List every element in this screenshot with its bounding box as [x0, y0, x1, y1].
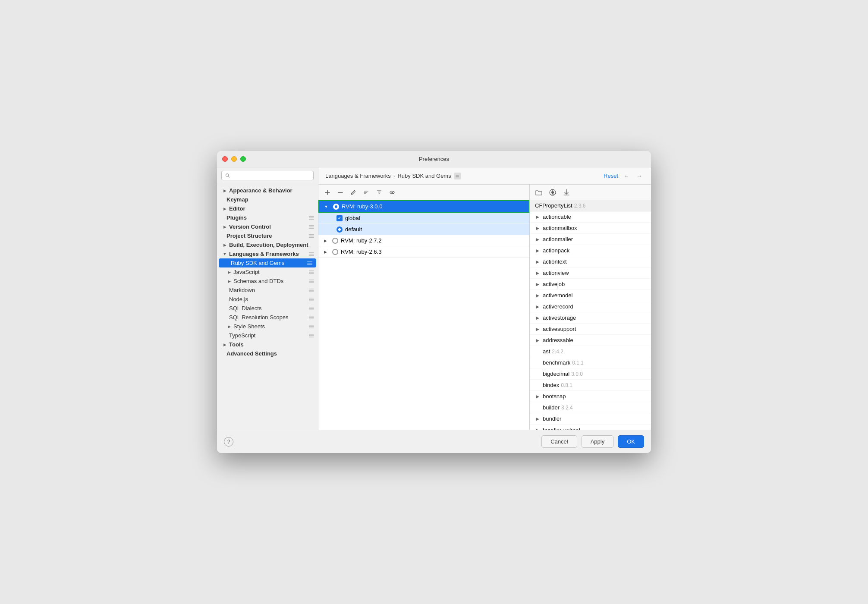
sidebar-item-tools[interactable]: ▶ Tools: [217, 340, 318, 349]
sdk-panel: ▼ RVM: ruby-3.0.0 global default: [318, 185, 530, 430]
sdk-item-rvm272[interactable]: ▶ RVM: ruby-2.7.2: [318, 235, 529, 246]
gem-name: builder: [543, 404, 560, 411]
search-wrapper[interactable]: [221, 171, 314, 180]
sidebar-item-project-structure[interactable]: Project Structure: [217, 231, 318, 240]
sidebar-item-keymap[interactable]: Keymap: [217, 195, 318, 204]
svg-rect-12: [309, 254, 314, 255]
filter-button[interactable]: [374, 187, 385, 198]
svg-rect-20: [309, 280, 314, 280]
sdk-item-rvm263[interactable]: ▶ RVM: ruby-2.6.3: [318, 246, 529, 258]
sdk-item-rvm300[interactable]: ▼ RVM: ruby-3.0.0: [318, 200, 529, 213]
settings-icon: [308, 215, 314, 221]
gem-name: benchmark: [543, 359, 570, 366]
remove-button[interactable]: [335, 187, 346, 198]
sidebar-item-appearance[interactable]: ▶ Appearance & Behavior: [217, 186, 318, 195]
sidebar-item-ruby-sdk[interactable]: Ruby SDK and Gems: [219, 258, 316, 267]
gem-item[interactable]: ▶ builder 3.2.4: [530, 402, 651, 413]
sidebar-item-editor[interactable]: ▶ Editor: [217, 204, 318, 213]
sidebar-item-typescript[interactable]: TypeScript: [217, 331, 318, 340]
sidebar-label: Advanced Settings: [226, 350, 314, 357]
help-button[interactable]: ?: [224, 437, 233, 447]
sort-button[interactable]: [361, 187, 372, 198]
gem-name: actionmailer: [543, 236, 573, 242]
gem-name: actionmailbox: [543, 225, 577, 231]
gem-item[interactable]: ▶ actioncable: [530, 211, 651, 223]
eye-button[interactable]: [387, 187, 398, 198]
sidebar-item-javascript[interactable]: ▶ JavaScript: [217, 267, 318, 277]
svg-rect-18: [309, 272, 314, 273]
reset-button[interactable]: Reset: [604, 173, 618, 179]
gem-item[interactable]: ▶ activerecord: [530, 301, 651, 312]
gem-item[interactable]: ▶ bundler: [530, 413, 651, 425]
gem-item[interactable]: ▶ bundler-unload: [530, 425, 651, 430]
chevron-right-icon: ▶: [535, 259, 540, 264]
sidebar-item-build[interactable]: ▶ Build, Execution, Deployment: [217, 240, 318, 249]
sdk-radio-rvm272: [332, 238, 338, 244]
sidebar-label: Schemas and DTDs: [233, 278, 307, 284]
sidebar-item-advanced[interactable]: Advanced Settings: [217, 349, 318, 358]
close-button[interactable]: [222, 156, 228, 162]
chevron-right-icon: ▶: [535, 214, 540, 220]
svg-rect-17: [309, 271, 314, 271]
sidebar-item-schemas[interactable]: ▶ Schemas and DTDs: [217, 277, 318, 286]
sdk-item-default[interactable]: default: [318, 224, 529, 235]
svg-rect-30: [309, 308, 314, 309]
gem-item[interactable]: ▶ activestorage: [530, 312, 651, 324]
sidebar-item-sql-dialects[interactable]: SQL Dialects: [217, 304, 318, 313]
svg-rect-41: [456, 175, 459, 175]
sidebar-item-plugins[interactable]: Plugins: [217, 213, 318, 222]
sidebar-item-languages[interactable]: ▼ Languages & Frameworks: [217, 249, 318, 258]
back-button[interactable]: ←: [622, 171, 631, 181]
gem-item[interactable]: ▶ actionpack: [530, 245, 651, 256]
gem-header-item[interactable]: CFPropertyList 2.3.6: [530, 200, 651, 211]
gem-item[interactable]: ▶ activejob: [530, 279, 651, 290]
chevron-right-icon: ▶: [323, 249, 328, 255]
bottom-bar: ? Cancel Apply OK: [217, 430, 651, 453]
breadcrumb-menu-icon[interactable]: [454, 173, 461, 179]
minimize-button[interactable]: [231, 156, 237, 162]
gem-item[interactable]: ▶ addressable: [530, 335, 651, 346]
sdk-name: global: [345, 215, 360, 221]
gem-item[interactable]: ▶ actionview: [530, 267, 651, 279]
search-input[interactable]: [232, 173, 310, 179]
sidebar-item-nodejs[interactable]: Node.js: [217, 295, 318, 304]
gem-item[interactable]: ▶ actionmailer: [530, 234, 651, 245]
cancel-button[interactable]: Cancel: [541, 435, 577, 448]
svg-rect-31: [309, 309, 314, 310]
gem-item[interactable]: ▶ benchmark 0.1.1: [530, 357, 651, 368]
ok-button[interactable]: OK: [618, 435, 644, 448]
gem-item[interactable]: ▶ bindex 0.8.1: [530, 380, 651, 391]
sidebar-item-version-control[interactable]: ▶ Version Control: [217, 222, 318, 231]
svg-rect-26: [309, 298, 314, 299]
add-button[interactable]: [322, 187, 333, 198]
svg-rect-5: [309, 225, 314, 226]
apply-button[interactable]: Apply: [582, 435, 614, 448]
sidebar-label: Markdown: [229, 287, 307, 293]
gem-item[interactable]: ▶ ast 2.4.2: [530, 346, 651, 357]
svg-point-56: [551, 191, 554, 194]
maximize-button[interactable]: [240, 156, 246, 162]
svg-rect-43: [456, 176, 459, 177]
gem-item[interactable]: ▶ activemodel: [530, 290, 651, 301]
svg-rect-9: [309, 236, 314, 236]
chrome-button[interactable]: [547, 187, 558, 198]
search-icon: [225, 173, 230, 178]
chevron-right-icon: ▶: [226, 270, 232, 275]
sidebar-item-sql-resolution[interactable]: SQL Resolution Scopes: [217, 313, 318, 322]
gem-item[interactable]: ▶ bigdecimal 3.0.0: [530, 368, 651, 380]
main-content: ▶ Appearance & Behavior Keymap ▶ Editor …: [217, 167, 651, 430]
gem-item[interactable]: ▶ actionmailbox: [530, 223, 651, 234]
sdk-item-global[interactable]: global: [318, 213, 529, 224]
sidebar-item-markdown[interactable]: Markdown: [217, 286, 318, 295]
gem-item[interactable]: ▶ bootsnap: [530, 391, 651, 402]
edit-button[interactable]: [348, 187, 359, 198]
sdk-list: ▼ RVM: ruby-3.0.0 global default: [318, 200, 529, 430]
gem-name: actionview: [543, 270, 569, 276]
open-folder-button[interactable]: [533, 187, 544, 198]
download-button[interactable]: [561, 187, 572, 198]
gem-item[interactable]: ▶ activesupport: [530, 324, 651, 335]
gem-item[interactable]: ▶ actiontext: [530, 256, 651, 267]
sidebar-item-style-sheets[interactable]: ▶ Style Sheets: [217, 322, 318, 331]
forward-button[interactable]: →: [635, 171, 644, 181]
sidebar-label: Style Sheets: [233, 323, 307, 330]
